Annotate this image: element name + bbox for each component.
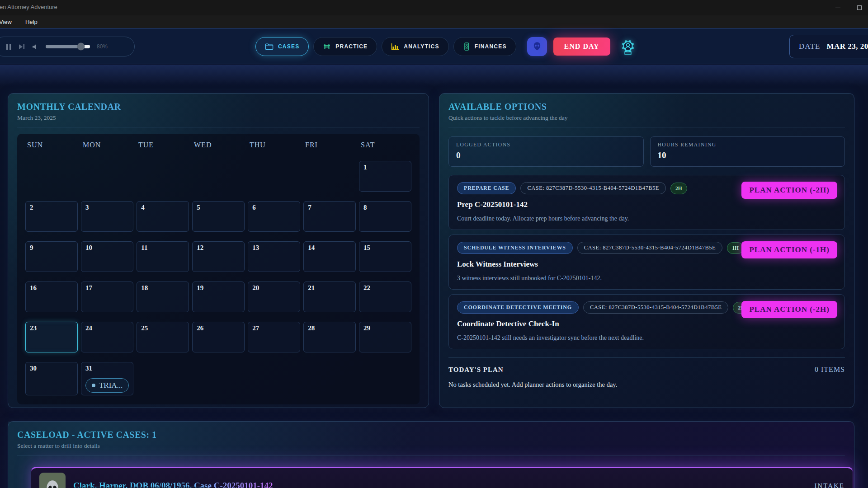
calendar-day-cell-4[interactable]: 4: [137, 201, 189, 232]
bar-chart-icon: [391, 43, 399, 50]
nav-tab-practice[interactable]: PRACTICE: [313, 37, 377, 56]
calendar-day-cell-29[interactable]: 29: [359, 322, 411, 352]
action-card-2: SCHEDULE WITNESS INTERVIEWS CASE: 827C38…: [448, 235, 845, 290]
nav-tab-cases[interactable]: CASES: [255, 37, 309, 56]
next-track-button[interactable]: [19, 44, 25, 50]
action-cards: PREPARE CASE CASE: 827C387D-5530-4315-B4…: [448, 175, 845, 349]
hours-remaining-stat: HOURS REMAINING 10: [650, 136, 845, 167]
calendar-day-cell-11[interactable]: 11: [137, 241, 189, 272]
stat-value: 10: [658, 150, 838, 160]
nav-tab-analytics[interactable]: ANALYTICS: [382, 37, 448, 56]
nav-tab-finances[interactable]: FINANCES: [453, 37, 516, 56]
date-value: MAR 23, 2025: [826, 42, 868, 51]
action-title: Lock Witness Interviews: [457, 260, 836, 269]
calendar-day-cell-23[interactable]: 23: [25, 322, 78, 352]
calendar-day-cell-21[interactable]: 21: [303, 282, 356, 312]
calendar-day-header: SAT: [359, 141, 411, 149]
calendar-day-cell-9[interactable]: 9: [25, 241, 78, 272]
nav-tab-label: FINANCES: [475, 43, 507, 50]
media-controls: 80%: [0, 37, 135, 56]
calendar-day-cell-1[interactable]: 1: [359, 161, 411, 192]
calendar-day-cell-7[interactable]: 7: [303, 201, 356, 232]
nav-tab-label: PRACTICE: [335, 43, 368, 50]
main-nav: CASESPRACTICEANALYTICSFINANCES END DAY: [255, 37, 636, 56]
calendar-day-cell-19[interactable]: 19: [192, 282, 245, 312]
action-card-3: COORDINATE DETECTIVE MEETING CASE: 827C3…: [448, 294, 845, 349]
plan-action-button[interactable]: PLAN ACTION (-1H): [741, 241, 837, 258]
calendar-grid: SUNMONTUEWEDTHUFRISAT 123456789101112131…: [17, 134, 420, 404]
todays-plan-count: 0 ITEMS: [815, 366, 845, 374]
monthly-calendar-panel: MONTHLY CALENDAR March 23, 2025 SUNMONTU…: [8, 93, 429, 408]
volume-icon: [32, 43, 39, 50]
hours-tag: 2H: [670, 183, 687, 194]
available-options-panel: AVAILABLE OPTIONS Quick actions to tackl…: [439, 93, 854, 408]
calendar-day-cell-5[interactable]: 5: [192, 201, 245, 232]
calendar-day-cell-15[interactable]: 15: [359, 241, 411, 272]
calendar-day-cell-8[interactable]: 8: [359, 201, 411, 232]
menu-bar: View Help: [0, 15, 868, 28]
title-bar: ien Attorney Adventure: [0, 0, 868, 15]
menu-help[interactable]: Help: [24, 18, 39, 26]
stat-label: HOURS REMAINING: [658, 142, 838, 147]
stat-value: 0: [456, 150, 636, 160]
alien-avatar-button[interactable]: [527, 37, 547, 56]
calendar-title: MONTHLY CALENDAR: [17, 102, 420, 112]
plan-action-button[interactable]: PLAN ACTION (-2H): [741, 301, 837, 318]
calendar-day-cell-12[interactable]: 12: [192, 241, 245, 272]
calendar-event-pill[interactable]: TRIA...: [85, 378, 129, 393]
volume-slider[interactable]: [46, 45, 90, 48]
volume-button[interactable]: [32, 43, 39, 50]
logged-actions-stat: LOGGED ACTIONS 0: [448, 136, 644, 167]
maximize-button[interactable]: [854, 3, 864, 13]
client-avatar: [39, 473, 66, 488]
stat-label: LOGGED ACTIONS: [456, 142, 636, 147]
case-row[interactable]: Clark, Harper, DOB 06/08/1956, Case C-20…: [31, 467, 853, 488]
case-id-tag: CASE: 827C387D-5530-4315-B404-5724D1B47B…: [520, 182, 666, 194]
calendar-day-cell-26[interactable]: 26: [192, 322, 245, 352]
calendar-day-cell-24[interactable]: 24: [81, 322, 133, 352]
header-glow-band: [0, 65, 868, 86]
action-description: C-20250101-142 still needs an investigat…: [457, 334, 836, 342]
calendar-day-cell-10[interactable]: 10: [81, 241, 133, 272]
calendar-day-cell-13[interactable]: 13: [248, 241, 300, 272]
calendar-day-cell-28[interactable]: 28: [303, 322, 356, 352]
alien-face-icon: [531, 41, 543, 52]
end-day-button[interactable]: END DAY: [553, 38, 610, 56]
pause-icon: [6, 43, 12, 50]
calendar-day-cell-18[interactable]: 18: [137, 282, 189, 312]
plan-action-button[interactable]: PLAN ACTION (-2H): [741, 182, 837, 199]
minimize-icon: [835, 8, 840, 8]
stats-row: LOGGED ACTIONS 0 HOURS REMAINING 10: [448, 136, 845, 167]
pause-button[interactable]: [6, 43, 12, 50]
practice-icon: [323, 43, 331, 50]
top-toolbar: 80% CASESPRACTICEANALYTICSFINANCES END D…: [0, 28, 868, 64]
calendar-day-cell-31[interactable]: 31TRIA...: [81, 362, 133, 395]
calendar-day-cell-6[interactable]: 6: [248, 201, 300, 232]
maximize-icon: [857, 5, 862, 10]
options-subtitle: Quick actions to tackle before advancing…: [448, 114, 845, 122]
action-type-tag: PREPARE CASE: [457, 182, 516, 194]
calendar-day-cell-20[interactable]: 20: [248, 282, 300, 312]
calendar-day-cell-3[interactable]: 3: [81, 201, 133, 232]
menu-view[interactable]: View: [0, 18, 14, 26]
calendar-day-headers: SUNMONTUEWEDTHUFRISAT: [25, 141, 411, 149]
calendar-subtitle: March 23, 2025: [17, 114, 420, 122]
calendar-day-cell-14[interactable]: 14: [303, 241, 356, 272]
calendar-day-header: WED: [192, 141, 245, 149]
calendar-day-cell-17[interactable]: 17: [81, 282, 133, 312]
action-title: Coordinate Detective Check-In: [457, 319, 836, 328]
action-type-tag: SCHEDULE WITNESS INTERVIEWS: [457, 242, 573, 254]
calendar-day-cell-2[interactable]: 2: [25, 201, 78, 232]
volume-slider-thumb[interactable]: [77, 43, 85, 51]
calendar-day-cell-30[interactable]: 30: [25, 362, 78, 395]
calendar-day-cell-27[interactable]: 27: [248, 322, 300, 352]
calendar-day-header: SUN: [25, 141, 78, 149]
divider: [448, 357, 845, 358]
calendar-day-cell-16[interactable]: 16: [25, 282, 78, 312]
calendar-day-cell-22[interactable]: 22: [359, 282, 411, 312]
minimize-button[interactable]: [833, 3, 843, 13]
nav-tab-label: CASES: [278, 43, 299, 50]
calendar-day-cell-25[interactable]: 25: [137, 322, 189, 352]
action-description: Court deadline today. Allocate prep hour…: [457, 215, 836, 222]
settings-gear-icon[interactable]: [620, 38, 636, 55]
